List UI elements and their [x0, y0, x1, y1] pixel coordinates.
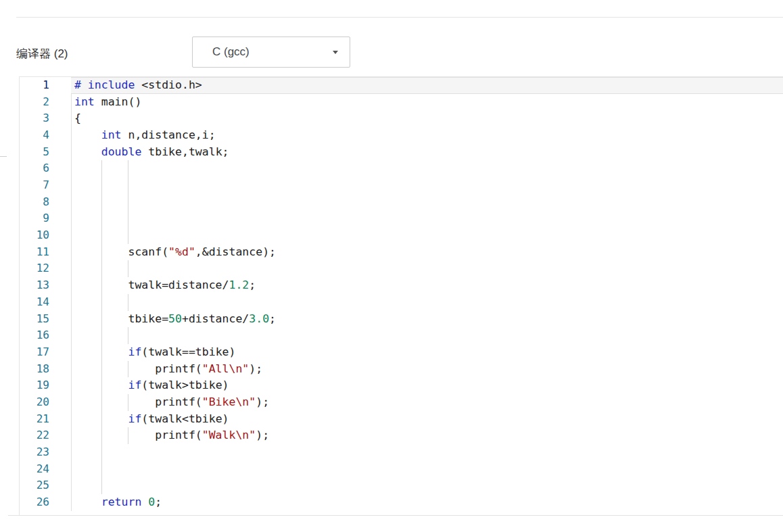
code-text: # include <stdio.h> — [74, 77, 202, 94]
line-number: 15 — [20, 311, 49, 328]
line-number: 19 — [20, 377, 49, 394]
code-text: int n,distance,i; — [74, 127, 216, 144]
page: 编译器 (2) C (gcc) 1# include <stdio.h>2int… — [0, 0, 783, 532]
indent-guide — [101, 294, 102, 311]
code-line[interactable]: 17 if(twalk==tbike) — [20, 344, 783, 361]
code-line[interactable]: 5 double tbike,twalk; — [20, 144, 783, 161]
code-text: if(twalk==tbike) — [74, 344, 235, 361]
indent-guide — [101, 194, 102, 211]
indent-guide — [128, 227, 128, 244]
line-number: 23 — [20, 444, 49, 461]
code-line[interactable]: 14 — [20, 294, 783, 311]
code-line[interactable]: 23 — [20, 444, 783, 461]
code-line[interactable]: 11 scanf("%d",&distance); — [20, 244, 783, 261]
code-line[interactable]: 22 printf("Walk\n"); — [20, 427, 783, 444]
indent-guide — [101, 210, 102, 227]
bottom-divider — [8, 515, 783, 516]
top-divider — [16, 17, 783, 18]
line-number: 2 — [20, 94, 49, 111]
indent-guide — [128, 260, 128, 277]
code-line[interactable]: 25 — [20, 477, 783, 494]
code-line[interactable]: 21 if(twalk<tbike) — [20, 411, 783, 428]
line-number: 21 — [20, 411, 49, 428]
code-editor[interactable]: 1# include <stdio.h>2int main()3{4 int n… — [19, 76, 783, 516]
code-text: int main() — [74, 94, 141, 111]
indent-guide — [101, 177, 102, 194]
line-number: 6 — [20, 160, 49, 177]
code-line[interactable]: 15 tbike=50+distance/3.0; — [20, 311, 783, 328]
code-line[interactable]: 13 twalk=distance/1.2; — [20, 277, 783, 294]
indent-guide — [101, 461, 102, 478]
indent-guide — [101, 160, 102, 177]
indent-guide — [128, 210, 128, 227]
line-number: 8 — [20, 194, 49, 211]
line-number: 24 — [20, 461, 49, 478]
line-number: 9 — [20, 210, 49, 227]
indent-guide — [101, 327, 102, 344]
indent-guide — [101, 227, 102, 244]
code-line[interactable]: 9 — [20, 210, 783, 227]
code-line[interactable]: 12 — [20, 260, 783, 277]
code-line[interactable]: 1# include <stdio.h> — [20, 77, 783, 94]
code-text: printf("Walk\n"); — [74, 427, 269, 444]
code-line[interactable]: 3{ — [20, 110, 783, 127]
line-number: 7 — [20, 177, 49, 194]
code-text: double tbike,twalk; — [74, 144, 229, 161]
indent-guide — [128, 327, 128, 344]
indent-guide — [128, 177, 128, 194]
code-text: if(twalk<tbike) — [74, 411, 229, 428]
line-number: 17 — [20, 344, 49, 361]
code-line[interactable]: 10 — [20, 227, 783, 244]
indent-guide — [101, 444, 102, 461]
code-line[interactable]: 2int main() — [20, 94, 783, 111]
compiler-select[interactable]: C (gcc) — [192, 37, 350, 68]
indent-guide — [101, 477, 102, 494]
code-line[interactable]: 24 — [20, 461, 783, 478]
code-line[interactable]: 7 — [20, 177, 783, 194]
code-line[interactable]: 18 printf("All\n"); — [20, 361, 783, 378]
code-line[interactable]: 26 return 0; — [20, 494, 783, 511]
code-line[interactable]: 8 — [20, 194, 783, 211]
line-number: 10 — [20, 227, 49, 244]
line-number: 5 — [20, 144, 49, 161]
compiler-label: 编译器 (2) — [16, 46, 68, 62]
line-number: 26 — [20, 494, 49, 511]
line-number: 13 — [20, 277, 49, 294]
code-text: twalk=distance/1.2; — [74, 277, 256, 294]
indent-guide — [128, 194, 128, 211]
code-line[interactable]: 19 if(twalk>tbike) — [20, 377, 783, 394]
code-line[interactable]: 4 int n,distance,i; — [20, 127, 783, 144]
line-number: 18 — [20, 361, 49, 378]
code-text: printf("All\n"); — [74, 361, 262, 378]
indent-guide — [128, 160, 128, 177]
line-number: 1 — [20, 77, 49, 94]
line-number: 3 — [20, 110, 49, 127]
line-number: 16 — [20, 327, 49, 344]
code-line[interactable]: 20 printf("Bike\n"); — [20, 394, 783, 411]
code-line[interactable]: 6 — [20, 160, 783, 177]
indent-guide — [128, 294, 128, 311]
code-rows: 1# include <stdio.h>2int main()3{4 int n… — [20, 77, 783, 516]
code-text: tbike=50+distance/3.0; — [74, 311, 276, 328]
line-number: 12 — [20, 260, 49, 277]
line-number: 11 — [20, 244, 49, 261]
indent-guide — [101, 260, 102, 277]
line-number: 4 — [20, 127, 49, 144]
code-text: scanf("%d",&distance); — [74, 244, 276, 261]
line-number: 14 — [20, 294, 49, 311]
line-number: 20 — [20, 394, 49, 411]
code-line[interactable]: 16 — [20, 327, 783, 344]
left-panel-edge — [0, 156, 7, 157]
code-text: { — [74, 110, 81, 127]
compiler-select-value: C (gcc) — [212, 37, 250, 67]
code-text: if(twalk>tbike) — [74, 377, 229, 394]
code-text: return 0; — [74, 494, 162, 511]
line-number: 25 — [20, 477, 49, 494]
line-number: 22 — [20, 427, 49, 444]
code-text: printf("Bike\n"); — [74, 394, 269, 411]
dropdown-caret-icon — [333, 51, 338, 54]
